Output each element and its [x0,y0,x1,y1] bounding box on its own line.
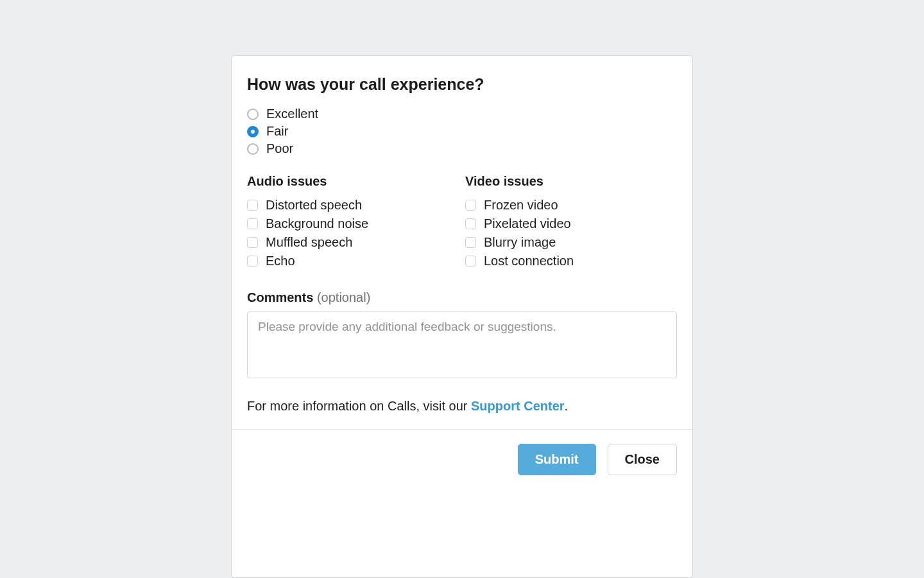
video-issues-heading: Video issues [465,174,677,189]
video-issues-column: Video issues Frozen video Pixelated vide… [465,174,677,272]
rating-radio-group: Excellent Fair Poor [247,107,677,156]
video-issue-pixelated-video[interactable]: Pixelated video [465,216,677,231]
audio-issues-heading: Audio issues [247,174,459,189]
video-issue-blurry-image[interactable]: Blurry image [465,235,677,250]
checkbox-label: Frozen video [484,198,558,213]
checkbox-icon [465,200,476,211]
checkbox-label: Pixelated video [484,216,571,231]
close-button[interactable]: Close [608,444,677,475]
checkbox-label: Muffled speech [266,235,352,250]
issue-columns: Audio issues Distorted speech Background… [247,174,677,272]
support-center-link[interactable]: Support Center [471,399,565,413]
radio-icon [247,143,259,155]
submit-button[interactable]: Submit [518,444,596,475]
checkbox-icon [465,237,476,248]
comments-textarea[interactable] [247,311,677,378]
checkbox-icon [247,218,258,229]
video-issue-lost-connection[interactable]: Lost connection [465,254,677,268]
checkbox-label: Echo [266,254,295,268]
audio-issue-muffled-speech[interactable]: Muffled speech [247,235,459,250]
modal-body: How was your call experience? Excellent … [232,56,692,429]
rating-label: Fair [266,124,288,139]
call-feedback-modal: How was your call experience? Excellent … [231,55,693,578]
video-issue-frozen-video[interactable]: Frozen video [465,198,677,213]
audio-issue-background-noise[interactable]: Background noise [247,216,459,231]
comments-heading-bold: Comments [247,290,313,304]
checkbox-label: Lost connection [484,254,574,268]
rating-option-fair[interactable]: Fair [247,124,677,139]
checkbox-icon [465,218,476,229]
comments-heading: Comments (optional) [247,290,677,305]
modal-footer: Submit Close [232,429,692,489]
support-suffix: . [565,399,569,413]
checkbox-icon [247,200,258,211]
audio-issue-distorted-speech[interactable]: Distorted speech [247,198,459,213]
checkbox-label: Distorted speech [266,198,362,213]
audio-issue-echo[interactable]: Echo [247,254,459,268]
audio-issues-column: Audio issues Distorted speech Background… [247,174,459,272]
rating-option-poor[interactable]: Poor [247,141,677,156]
radio-icon [247,109,259,120]
rating-label: Poor [266,141,293,156]
rating-option-excellent[interactable]: Excellent [247,107,677,121]
comments-heading-optional: (optional) [317,290,370,304]
checkbox-icon [247,256,258,267]
checkbox-label: Background noise [266,216,368,231]
checkbox-icon [247,237,258,248]
modal-title: How was your call experience? [247,75,677,94]
checkbox-icon [465,256,476,267]
checkbox-label: Blurry image [484,235,556,250]
support-line: For more information on Calls, visit our… [247,399,677,414]
support-prefix: For more information on Calls, visit our [247,399,471,413]
radio-icon [247,126,259,137]
rating-label: Excellent [266,107,318,121]
